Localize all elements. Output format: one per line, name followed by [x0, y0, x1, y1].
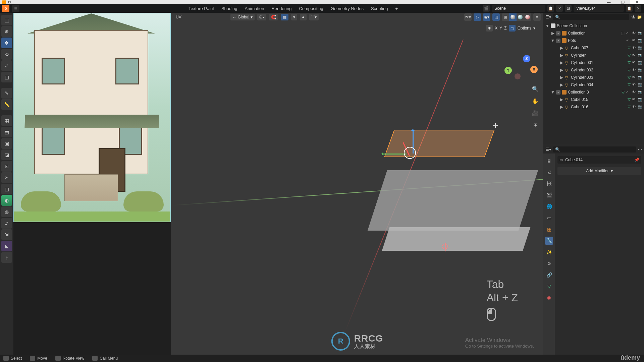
overlay-y[interactable]: Y: [499, 26, 502, 31]
disclosure-icon[interactable]: ▼: [545, 23, 549, 28]
render-icon[interactable]: 📷: [638, 105, 643, 109]
render-icon[interactable]: 📷: [638, 97, 643, 102]
render-icon[interactable]: 📷: [638, 46, 643, 50]
disclosure-icon[interactable]: ▶: [559, 60, 564, 65]
tool-poly-build[interactable]: ◫: [1, 184, 12, 194]
navigation-gizmo[interactable]: Z Y X: [504, 55, 538, 88]
tool-loop-cut[interactable]: ⊡: [1, 161, 12, 172]
outliner-type-icon[interactable]: ☰▾: [545, 15, 551, 19]
tool-annotate[interactable]: ✎: [1, 88, 12, 99]
hide-icon[interactable]: 👁: [632, 82, 637, 87]
tab-shading[interactable]: Shading: [221, 6, 237, 11]
hide-icon[interactable]: 👁: [632, 75, 637, 80]
gizmo-center-ring[interactable]: [404, 147, 416, 159]
overlay-x[interactable]: X: [495, 26, 497, 31]
window-close-button[interactable]: ✕: [630, 0, 644, 4]
tree-collection[interactable]: ▶ ✓ Collection ⬚ ✓👁📷: [545, 29, 643, 37]
butterfly-icon[interactable]: ✱: [486, 25, 493, 32]
disclosure-icon[interactable]: ▶: [551, 31, 555, 36]
tree-item-cube007[interactable]: ▶ ▽ Cube.007 ▽ 👁📷: [545, 44, 643, 52]
scene-new-icon[interactable]: 📋: [547, 5, 554, 12]
new-collection-icon[interactable]: 📁: [637, 15, 642, 19]
selected-face[interactable]: [384, 130, 494, 157]
tool-knife[interactable]: ✂: [1, 172, 12, 183]
tree-item-cylinder004[interactable]: ▶ ▽ Cylinder.004 ▽ 👁📷: [545, 81, 643, 88]
tab-output[interactable]: 🖨: [545, 168, 553, 176]
tab-animation[interactable]: Animation: [245, 6, 264, 11]
nav-gizmo-neg[interactable]: [515, 73, 521, 79]
tree-item-cube015[interactable]: ▶ ▽ Cube.015 ▽ 👁📷: [545, 96, 643, 103]
nav-gizmo-y[interactable]: Y: [504, 67, 512, 74]
tab-physics[interactable]: ⚙: [545, 259, 553, 267]
render-icon[interactable]: 📷: [638, 68, 643, 72]
tool-add-cube[interactable]: ▦: [1, 115, 12, 126]
collection-checkbox[interactable]: ✓: [556, 39, 560, 43]
tab-mesh[interactable]: ▽: [545, 282, 553, 290]
disclosure-icon[interactable]: ▼: [551, 90, 555, 95]
nav-gizmo-z[interactable]: Z: [523, 55, 530, 62]
tab-rendering[interactable]: Rendering: [271, 6, 291, 11]
tool-shrink[interactable]: ⇲: [1, 229, 12, 240]
tool-cursor[interactable]: ⊕: [1, 26, 12, 37]
viewlayer-browse-icon[interactable]: 🖼: [565, 5, 572, 12]
editor-type-icon[interactable]: ☰▾: [545, 147, 551, 152]
tab-geometry-nodes[interactable]: Geometry Nodes: [331, 6, 364, 11]
tool-extrude[interactable]: ⬒: [1, 127, 12, 137]
tool-bevel[interactable]: ◪: [1, 149, 12, 160]
outliner-search[interactable]: 🔍: [553, 14, 629, 20]
zoom-icon[interactable]: 🔍: [531, 85, 539, 93]
3d-viewport[interactable]: UV ↔ Global ▾ ⦾▾ 🧲 ▦ ▾ ● ⁀▾ 👁▾ ⟟▾ ◉▾ ◫ ⊞: [171, 13, 543, 355]
tool-edge-slide[interactable]: ⫽: [1, 218, 12, 229]
render-icon[interactable]: 📷: [638, 90, 643, 95]
hide-icon[interactable]: 👁: [632, 105, 637, 109]
tool-measure[interactable]: 📏: [1, 99, 12, 110]
hide-icon[interactable]: 👁: [632, 90, 637, 95]
tool-move[interactable]: ✥: [1, 38, 12, 48]
tree-item-cylinder[interactable]: ▶ ▽ Cylinder ▽ 👁📷: [545, 52, 643, 59]
tree-pots[interactable]: ▼ ✓ Pots ✓👁📷: [545, 37, 643, 44]
window-minimize-button[interactable]: —: [602, 0, 616, 4]
tab-viewlayer[interactable]: 🖼: [545, 180, 553, 188]
hide-icon[interactable]: 👁: [632, 60, 637, 65]
tool-inset[interactable]: ▣: [1, 138, 12, 149]
exclude-icon[interactable]: ✓: [626, 38, 631, 43]
tool-rotate[interactable]: ⟲: [1, 49, 12, 60]
overlay-proportional[interactable]: ◫: [509, 25, 516, 32]
viewlayer-delete-icon[interactable]: ✕: [635, 5, 641, 12]
hide-icon[interactable]: 👁: [632, 31, 637, 36]
exclude-icon[interactable]: ✓: [626, 90, 631, 95]
overlay-z[interactable]: Z: [504, 26, 506, 31]
hide-icon[interactable]: 👁: [632, 53, 637, 58]
disclosure-icon[interactable]: ▶: [559, 46, 564, 50]
3d-cursor[interactable]: [442, 243, 448, 249]
tab-scripting[interactable]: Scripting: [371, 6, 388, 11]
viewlayer-name-field[interactable]: ViewLayer: [574, 5, 624, 12]
tool-spin[interactable]: ◐: [1, 195, 12, 206]
tree-item-cube016[interactable]: ▶ ▽ Cube.016 ▽ 👁📷: [545, 103, 643, 111]
exclude-icon[interactable]: ✓: [626, 31, 631, 36]
tab-add[interactable]: +: [395, 6, 398, 11]
overlay-options[interactable]: Options: [518, 26, 531, 31]
viewlayer-new-icon[interactable]: 📋: [626, 5, 633, 12]
properties-search[interactable]: 🔍: [553, 146, 636, 153]
window-maximize-button[interactable]: ▢: [616, 0, 630, 4]
render-icon[interactable]: 📷: [638, 75, 643, 80]
disclosure-icon[interactable]: ▶: [559, 105, 564, 109]
disclosure-icon[interactable]: ▶: [559, 97, 564, 102]
tab-compositing[interactable]: Compositing: [299, 6, 323, 11]
model-wall[interactable]: [368, 170, 538, 231]
disclosure-icon[interactable]: ▶: [559, 75, 564, 80]
tab-object[interactable]: ▭: [545, 214, 553, 222]
tab-render[interactable]: 🖥: [545, 157, 553, 165]
tree-item-cylinder001[interactable]: ▶ ▽ Cylinder.001 ▽ 👁📷: [545, 59, 643, 66]
hide-icon[interactable]: 👁: [632, 68, 637, 72]
blender-icon[interactable]: b: [2, 5, 9, 12]
pin-icon[interactable]: 📌: [634, 158, 639, 162]
tab-scene[interactable]: 🎬: [545, 191, 553, 199]
hide-icon[interactable]: 👁: [632, 46, 637, 50]
tool-scale[interactable]: ⤢: [1, 60, 12, 71]
tab-particles[interactable]: ✨: [545, 248, 553, 256]
tree-item-cylinder002[interactable]: ▶ ▽ Cylinder.002 ▽ 👁📷: [545, 66, 643, 74]
tab-object2[interactable]: ▦: [545, 225, 553, 233]
disclosure-icon[interactable]: ▶: [559, 68, 564, 72]
